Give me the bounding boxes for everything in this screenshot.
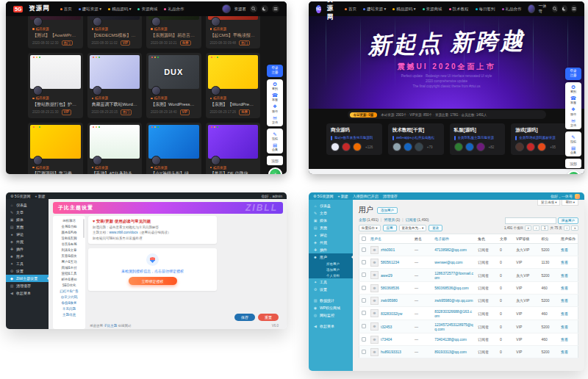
toolbar-item[interactable]: ✉交流 bbox=[267, 114, 283, 125]
toolbar-item[interactable]: ▤合集 bbox=[565, 144, 581, 155]
theme-menu-item[interactable]: 用户&互动 bbox=[53, 259, 85, 264]
wp-sidebar-item[interactable]: 所有用户 bbox=[309, 261, 353, 267]
wp-sidebar-item[interactable]: ◉WP积分商城 bbox=[309, 304, 353, 311]
screen-options-button[interactable]: 显示选项 ▾ bbox=[537, 200, 561, 206]
theme-menu-item[interactable]: 幻灯片&广告 bbox=[53, 288, 85, 294]
resource-card[interactable]: 精品资源 【小Y等级头衔】绿色主题资讯程序 对接易支付 2020-08-29 1… bbox=[146, 123, 201, 174]
wp-sidebar-item[interactable]: ▤页面 bbox=[309, 224, 353, 231]
card-category-tag[interactable]: 精品资源 bbox=[210, 96, 257, 100]
save-button[interactable]: 保存 bbox=[234, 314, 255, 321]
row-checkbox[interactable] bbox=[362, 286, 366, 290]
back-to-top-button[interactable]: 顶部 bbox=[565, 159, 581, 168]
wp-sidebar-item[interactable]: ✎文章 bbox=[309, 209, 353, 217]
card-title[interactable]: 【测试】【AowWPress主题】Wp大前端 2.2 bbox=[32, 32, 79, 39]
resource-card[interactable]: 精品资源 【起CMS】早晚读报简洁UI 早安日签系统 2020-08-30 09… bbox=[206, 16, 261, 48]
username-link[interactable]: zhb0901 bbox=[381, 248, 395, 252]
card-category-tag[interactable]: 精品资源 bbox=[92, 27, 138, 31]
nav-item[interactable]: 资源商城 bbox=[137, 7, 157, 12]
card-title[interactable]: 【起CMS】早晚读报简洁UI 早安日签系统 bbox=[210, 32, 257, 39]
theme-menu-item[interactable]: 首页&布局 bbox=[53, 241, 85, 247]
avatar[interactable] bbox=[222, 4, 231, 13]
site-logo[interactable]: 资源网 bbox=[327, 1, 334, 22]
nav-item[interactable]: 每日签到 bbox=[476, 7, 495, 12]
stats-highlight-pill[interactable]: 今日更新: 0篇 bbox=[350, 112, 378, 118]
admin-bar-new[interactable]: + 新建 bbox=[35, 194, 46, 198]
email-link[interactable]: 1234572453128975@qq.com bbox=[434, 322, 473, 331]
username-link[interactable]: hu89193313 bbox=[381, 350, 401, 354]
last-page-button[interactable]: » bbox=[571, 225, 578, 231]
row-checkbox[interactable] bbox=[362, 298, 366, 303]
category-card[interactable]: 游戏[源码] 全类型游戏源码素材资源 +95 bbox=[511, 123, 567, 155]
wp-sidebar-item[interactable]: ✎文章 bbox=[6, 209, 49, 216]
card-title[interactable]: 【亲测】WordPress主题 DUX 6.4 去授权版 bbox=[151, 101, 197, 108]
card-category-tag[interactable]: 精品资源 bbox=[32, 96, 79, 100]
login-button[interactable]: 登录注册 bbox=[565, 68, 581, 80]
category-card[interactable]: 技术教程[干货] web+app+小程序实战教程 +79 bbox=[388, 123, 444, 155]
theme-menu-item[interactable]: 授权激活 bbox=[53, 217, 85, 223]
wp-sidebar-item[interactable]: ▤页面 bbox=[6, 223, 49, 231]
username-link[interactable]: t32453 bbox=[381, 325, 392, 329]
current-page-input[interactable]: 1 bbox=[541, 225, 549, 231]
username-link[interactable]: t73404 bbox=[381, 337, 392, 342]
resource-card[interactable]: 精品资源 【DEDECMS模板】HTML5响应式网站之家 2020-08-30 … bbox=[87, 16, 143, 48]
card-title[interactable]: 典藏蓝调下载站WordPress中文主题模板 bbox=[92, 101, 138, 108]
site-logo[interactable]: 资源网 bbox=[29, 4, 50, 13]
category-card[interactable]: 商业源码 整站+数百套系统完整源码 +126 bbox=[326, 123, 382, 155]
toolbar-item[interactable]: ▤合集 bbox=[267, 141, 283, 152]
avatar[interactable] bbox=[528, 4, 535, 13]
admin-bar-site[interactable]: ⚙ 5G资源网 bbox=[10, 194, 31, 198]
wp-sidebar-item[interactable]: 添加用户 bbox=[309, 267, 353, 272]
toolbar-item[interactable]: ❖微信 bbox=[565, 106, 581, 117]
nav-item[interactable]: 精品源码 ▾ bbox=[108, 7, 131, 12]
col-email[interactable]: 电子邮件 bbox=[432, 234, 476, 244]
theme-menu-item[interactable]: 导航&页脚 bbox=[53, 235, 85, 241]
dark-mode-icon[interactable] bbox=[261, 5, 268, 12]
username-link[interactable]: 580561234 bbox=[381, 260, 399, 264]
nav-item[interactable]: 礼品合作 bbox=[164, 7, 184, 12]
menu-icon[interactable] bbox=[272, 5, 279, 12]
next-page-button[interactable]: › bbox=[564, 225, 570, 231]
wp-sidebar-item[interactable]: ▣媒体 bbox=[309, 217, 353, 224]
wp-sidebar-item[interactable]: ▣媒体 bbox=[6, 216, 49, 223]
resource-card[interactable]: 精品资源 【亲测源码】易语言大灰狼远控成品教程 2020-08-30 10:21… bbox=[146, 16, 201, 48]
theme-menu-item[interactable]: 邮件&通知 bbox=[53, 276, 85, 282]
add-user-button[interactable]: 添加用户 bbox=[377, 207, 398, 214]
wp-sidebar-item[interactable]: ☻用户 bbox=[6, 253, 49, 260]
row-checkbox[interactable] bbox=[362, 311, 366, 315]
search-users-button[interactable]: 搜索用户 bbox=[558, 217, 578, 224]
user-action-link[interactable]: 查看 bbox=[561, 286, 568, 290]
menu-icon[interactable] bbox=[571, 5, 577, 12]
card-category-tag[interactable]: 精品资源 bbox=[32, 166, 79, 170]
wp-sidebar-item[interactable]: ✚插件 bbox=[309, 246, 353, 253]
role-filter[interactable]: 全部(1,491)| bbox=[359, 217, 384, 222]
card-thumbnail[interactable] bbox=[208, 55, 259, 89]
wp-sidebar-item[interactable]: ◈外观 bbox=[309, 239, 353, 246]
theme-link[interactable]: 子比主题 bbox=[104, 324, 117, 328]
admin-bar-security[interactable]: 入侵防御已开启 bbox=[353, 194, 379, 198]
wp-sidebar-item[interactable]: ◀收起菜单 bbox=[6, 289, 49, 297]
category-card[interactable]: 私服[源码] 全类型私服主题完整资源 +82 bbox=[450, 123, 506, 155]
theme-menu-item[interactable]: 全局&功能 bbox=[53, 223, 85, 229]
user-action-link[interactable]: 查看 bbox=[561, 298, 568, 303]
nav-item[interactable]: 首页 bbox=[345, 7, 356, 12]
login-button[interactable]: 登录注册 bbox=[267, 65, 283, 77]
apply-button[interactable]: 应用 bbox=[383, 225, 397, 231]
email-link[interactable]: wenwei@qq.com bbox=[434, 260, 462, 264]
resource-card[interactable]: 精品资源 典藏蓝调下载站WordPress中文主题模板 2020-08-29 2… bbox=[87, 53, 143, 118]
wp-sidebar-item[interactable]: ☻用户 bbox=[309, 253, 353, 261]
username-link[interactable]: zwb95980 bbox=[381, 298, 398, 303]
toolbar-item[interactable]: ✪签到 bbox=[565, 84, 581, 95]
card-title[interactable]: 【单页】DE 仿微信成交记录发卡单页模板 bbox=[210, 170, 257, 174]
theme-menu-item[interactable]: SEO优化 bbox=[53, 282, 85, 288]
prev-page-button[interactable]: ‹ bbox=[533, 225, 539, 231]
change-button[interactable]: 更改 bbox=[429, 225, 442, 231]
email-link[interactable]: 47138982@qq.com bbox=[434, 248, 467, 252]
username[interactable]: 资源君 bbox=[234, 7, 247, 12]
theme-menu-item[interactable]: 页面&模块 bbox=[53, 253, 85, 259]
card-title[interactable]: 【小Y等级头衔】绿色主题资讯程序 对接易支付 bbox=[151, 170, 197, 174]
card-title[interactable]: 【手游】AT任务秒杀网资源商城自适应模板 bbox=[92, 170, 138, 174]
admin-bar-howdy[interactable]: 你好，一休哥 bbox=[551, 194, 580, 199]
username-link[interactable]: awei29 bbox=[381, 273, 392, 278]
role-filter[interactable]: 管理员(1)| bbox=[384, 217, 405, 222]
resource-card[interactable]: 精品资源 【亲测】【WordPress插件】Rizhi日志插件 2020-08-… bbox=[206, 53, 261, 118]
